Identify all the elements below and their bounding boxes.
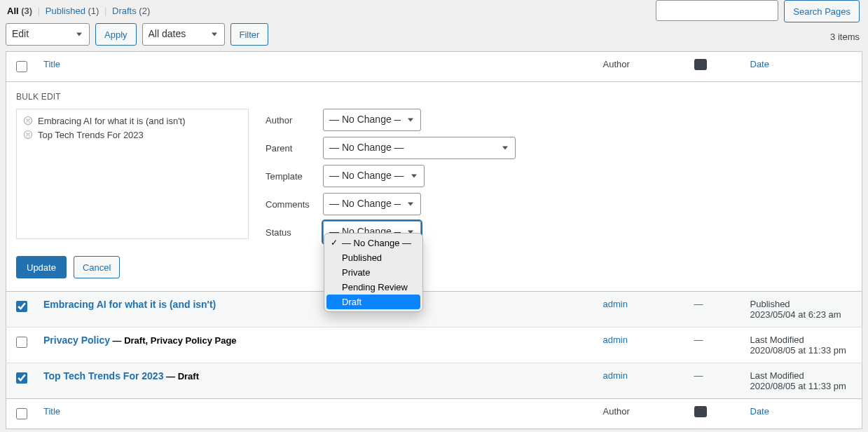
view-filters: All (3) | Published (1) | Drafts (2) <box>7 6 150 16</box>
filter-published-count: (1) <box>88 6 99 16</box>
date-filter-select[interactable]: All dates <box>142 23 225 46</box>
filter-drafts[interactable]: Drafts (2) <box>112 6 150 16</box>
row-date-type: Last Modified <box>750 335 855 345</box>
filter-all-label: All <box>7 6 19 16</box>
filter-all-count: (3) <box>21 6 32 16</box>
row-date-ts: 2023/05/04 at 6:23 am <box>750 309 855 320</box>
list-item-label: Embracing AI for what it is (and isn't) <box>38 116 186 126</box>
search-input[interactable] <box>656 0 778 21</box>
status-option-private[interactable]: Private <box>326 265 420 280</box>
list-item: Embracing AI for what it is (and isn't) <box>22 115 242 126</box>
row-comments: — <box>694 335 703 345</box>
cancel-button[interactable]: Cancel <box>74 256 120 278</box>
close-icon[interactable] <box>22 129 34 140</box>
status-option-pending[interactable]: Pending Review <box>326 280 420 295</box>
status-option-published[interactable]: Published <box>326 250 420 265</box>
filter-published-label: Published <box>46 6 85 16</box>
list-item-label: Top Tech Trends For 2023 <box>38 130 144 140</box>
author-label: Author <box>266 115 310 126</box>
comments-label: Comments <box>266 199 310 210</box>
table-row: Top Tech Trends For 2023 — Draft admin —… <box>6 363 862 399</box>
row-comments: — <box>694 299 703 309</box>
author-select[interactable]: — No Change — <box>323 109 421 131</box>
col-author: Author <box>596 52 687 82</box>
search-button[interactable]: Search Pages <box>784 0 860 22</box>
status-label: Status <box>266 227 310 238</box>
row-checkbox[interactable] <box>16 372 27 384</box>
template-select[interactable]: — No Change — <box>323 165 425 187</box>
bulk-edit-legend: BULK EDIT <box>16 92 852 102</box>
col-date[interactable]: Date <box>750 59 769 69</box>
filter-drafts-count: (2) <box>139 6 150 16</box>
row-title-link[interactable]: Embracing AI for what it is (and isn't) <box>43 299 216 310</box>
filter-button[interactable]: Filter <box>230 23 269 46</box>
row-date-ts: 2020/08/05 at 11:33 pm <box>750 345 855 356</box>
parent-label: Parent <box>266 143 310 154</box>
row-date-type: Last Modified <box>750 370 855 381</box>
status-dropdown-menu[interactable]: — No Change — Published Private Pending … <box>324 233 423 312</box>
post-state: — Draft <box>163 371 199 382</box>
bulk-edit-panel: BULK EDIT Embracing AI for what it is (a… <box>6 82 862 291</box>
select-all-bottom[interactable] <box>16 408 27 419</box>
row-author-link[interactable]: admin <box>603 299 628 309</box>
row-author-link[interactable]: admin <box>603 370 628 381</box>
comments-select[interactable]: — No Change — <box>323 193 421 215</box>
status-option-draft[interactable]: Draft <box>326 295 420 309</box>
items-count: 3 items <box>830 27 862 48</box>
apply-button[interactable]: Apply <box>95 23 137 46</box>
col-date-foot[interactable]: Date <box>750 406 769 417</box>
post-state: — Draft, Privacy Policy Page <box>110 335 237 346</box>
row-checkbox[interactable] <box>16 337 27 348</box>
row-author-link[interactable]: admin <box>603 335 628 345</box>
col-title[interactable]: Title <box>43 59 60 69</box>
select-all-top[interactable] <box>16 61 27 72</box>
bulk-action-select[interactable]: Edit <box>6 23 90 46</box>
filter-all[interactable]: All (3) <box>7 6 35 16</box>
col-title-foot[interactable]: Title <box>43 406 60 417</box>
status-option-nochange[interactable]: — No Change — <box>326 236 420 250</box>
list-item: Top Tech Trends For 2023 <box>22 129 242 140</box>
row-date-type: Published <box>750 299 855 309</box>
update-button[interactable]: Update <box>16 256 67 278</box>
table-row: Privacy Policy — Draft, Privacy Policy P… <box>6 328 862 363</box>
filter-published[interactable]: Published (1) <box>46 6 102 16</box>
pages-table: Title Author Date BULK EDIT <box>6 51 862 429</box>
row-checkbox[interactable] <box>16 301 27 312</box>
comments-icon <box>694 59 707 70</box>
col-author-foot: Author <box>596 399 687 429</box>
close-icon[interactable] <box>22 115 34 126</box>
template-label: Template <box>266 171 310 182</box>
bulk-edit-selected-list: Embracing AI for what it is (and isn't) … <box>16 109 249 239</box>
row-title-link[interactable]: Top Tech Trends For 2023 <box>43 370 163 382</box>
table-row: Embracing AI for what it is (and isn't) … <box>6 292 862 328</box>
row-date-ts: 2020/08/05 at 11:33 pm <box>750 381 855 391</box>
filter-drafts-label: Drafts <box>112 6 137 16</box>
row-title-link[interactable]: Privacy Policy <box>43 335 110 346</box>
comments-icon <box>694 406 707 417</box>
row-comments: — <box>694 370 703 381</box>
parent-select[interactable]: — No Change — <box>323 137 516 159</box>
